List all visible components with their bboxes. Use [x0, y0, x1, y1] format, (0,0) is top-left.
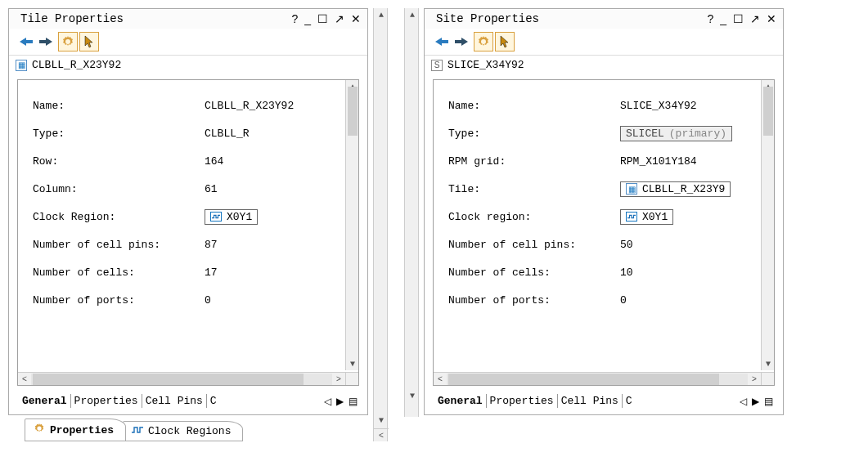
property-label: Name: [448, 100, 620, 112]
property-label: Name: [33, 100, 205, 112]
tab-prev-icon[interactable]: ◁ [324, 396, 331, 407]
inner-tabbar: GeneralPropertiesCell PinsC ◁ ▶ ▤ [9, 391, 367, 414]
bottom-tab-properties[interactable]: Properties [25, 418, 126, 441]
property-row: Number of cells:10 [448, 258, 759, 286]
tab-list-icon[interactable]: ▤ [764, 396, 773, 407]
property-row: Number of cell pins:87 [33, 230, 344, 258]
scroll-thumb[interactable] [348, 87, 358, 136]
property-row: Number of cells:17 [33, 258, 344, 286]
scroll-left-icon[interactable]: < [434, 373, 447, 386]
property-label: Tile: [448, 183, 620, 195]
property-value[interactable]: X0Y1 [205, 209, 258, 225]
scroll-down-icon[interactable]: ▼ [762, 357, 775, 370]
property-label: Number of cells: [448, 266, 620, 279]
property-value[interactable]: X0Y1 [620, 209, 673, 225]
tab-cell-pins[interactable]: Cell Pins [558, 394, 623, 408]
tab-c[interactable]: C [623, 394, 636, 408]
tab-general[interactable]: General [434, 394, 487, 408]
h-scrollbar[interactable]: < > [18, 372, 345, 385]
back-button[interactable] [16, 32, 35, 51]
scroll-thumb[interactable] [763, 87, 773, 136]
minimize-icon[interactable]: _ [304, 12, 311, 25]
h-scrollbar[interactable]: < > [434, 372, 761, 385]
property-value: 0 [205, 294, 211, 307]
popout-icon[interactable]: ↗ [750, 12, 760, 25]
forward-button[interactable] [37, 32, 56, 51]
tab-general[interactable]: General [19, 394, 71, 408]
scroll-down-icon[interactable]: ▼ [374, 414, 389, 427]
scroll-left-icon[interactable]: < [374, 428, 389, 441]
property-label: Type: [33, 128, 205, 140]
toolbar [425, 29, 783, 56]
scroll-up-icon[interactable]: ▲ [374, 8, 389, 21]
properties-panel: Name:SLICE_X34Y92Type:SLICEL (primary)RP… [433, 79, 775, 386]
back-button[interactable] [431, 32, 451, 51]
bottom-tab-clock-regions[interactable]: Clock Regions [123, 421, 243, 441]
property-label: RPM grid: [448, 155, 620, 168]
property-label: Number of cell pins: [448, 239, 620, 251]
tab-list-icon[interactable]: ▤ [349, 396, 358, 407]
property-label: Type: [448, 128, 620, 140]
property-value: RPM_X101Y184 [620, 155, 697, 168]
toolbar [9, 29, 367, 56]
scroll-down-icon[interactable]: ▼ [405, 389, 420, 402]
settings-gear-icon[interactable] [474, 32, 493, 51]
v-scrollbar[interactable]: ▲ ▼ [761, 80, 774, 370]
tab-prev-icon[interactable]: ◁ [740, 396, 747, 407]
inner-tabbar: GeneralPropertiesCell PinsC ◁ ▶ ▤ [425, 391, 783, 414]
object-name[interactable]: CLBLL_R_X23Y92 [32, 59, 121, 71]
bottom-tabbar: PropertiesClock Regions [25, 418, 368, 441]
cursor-select-icon[interactable] [495, 32, 515, 51]
popout-icon[interactable]: ↗ [335, 12, 344, 25]
property-value[interactable]: ▦CLBLL_R_X23Y9 [620, 181, 731, 197]
scroll-right-icon[interactable]: > [748, 373, 761, 386]
property-label: Number of ports: [448, 294, 620, 307]
property-value[interactable]: SLICEL (primary) [620, 126, 732, 141]
wave-icon [132, 425, 143, 437]
scroll-down-icon[interactable]: ▼ [346, 357, 359, 370]
property-value: 50 [620, 239, 633, 251]
breadcrumb: S SLICE_X34Y92 [425, 56, 783, 76]
tab-next-icon[interactable]: ▶ [336, 396, 344, 407]
property-value: SLICE_X34Y92 [620, 100, 697, 112]
property-row: RPM grid:RPM_X101Y184 [448, 147, 759, 175]
property-row: Column:61 [33, 175, 344, 203]
help-icon[interactable]: ? [291, 12, 298, 25]
property-row: Type:SLICEL (primary) [448, 119, 759, 147]
maximize-icon[interactable]: ☐ [317, 12, 328, 25]
close-icon[interactable]: ✕ [767, 12, 776, 25]
titlebar: Site Properties ? _ ☐ ↗ ✕ [425, 9, 783, 29]
forward-button[interactable] [452, 32, 472, 51]
tile-icon: ▦ [16, 60, 27, 71]
maximize-icon[interactable]: ☐ [733, 12, 744, 25]
close-icon[interactable]: ✕ [351, 12, 361, 25]
cursor-select-icon[interactable] [79, 32, 99, 51]
property-value: CLBLL_R_X23Y92 [205, 100, 294, 112]
outer-v-scrollbar[interactable]: ▲ ▼ < [373, 8, 388, 441]
settings-gear-icon[interactable] [58, 32, 78, 51]
help-icon[interactable]: ? [707, 12, 713, 25]
property-value: 61 [205, 183, 218, 195]
tab-cell-pins[interactable]: Cell Pins [142, 394, 207, 408]
property-row: Name:CLBLL_R_X23Y92 [33, 92, 344, 119]
object-name[interactable]: SLICE_X34Y92 [447, 59, 524, 71]
tab-label: Clock Regions [148, 425, 231, 437]
scroll-thumb[interactable] [448, 374, 719, 385]
scroll-right-icon[interactable]: > [332, 373, 345, 386]
outer-v-scrollbar[interactable]: ▲ ▼ [404, 8, 419, 417]
scroll-thumb[interactable] [33, 374, 304, 385]
tab-c[interactable]: C [207, 394, 220, 408]
tab-properties[interactable]: Properties [487, 394, 558, 408]
property-value: 10 [620, 266, 633, 279]
scroll-up-icon[interactable]: ▲ [405, 8, 420, 21]
property-row: Row:164 [33, 147, 344, 175]
v-scrollbar[interactable]: ▲ ▼ [345, 80, 358, 370]
minimize-icon[interactable]: _ [720, 12, 726, 25]
properties-panel: Name:CLBLL_R_X23Y92Type:CLBLL_RRow:164Co… [17, 79, 359, 386]
property-value: CLBLL_R [205, 128, 250, 140]
site-properties-window: Site Properties ? _ ☐ ↗ ✕ [424, 8, 784, 415]
property-value: 0 [620, 294, 627, 307]
tab-next-icon[interactable]: ▶ [752, 396, 759, 407]
tab-properties[interactable]: Properties [71, 394, 142, 408]
scroll-left-icon[interactable]: < [18, 373, 31, 386]
